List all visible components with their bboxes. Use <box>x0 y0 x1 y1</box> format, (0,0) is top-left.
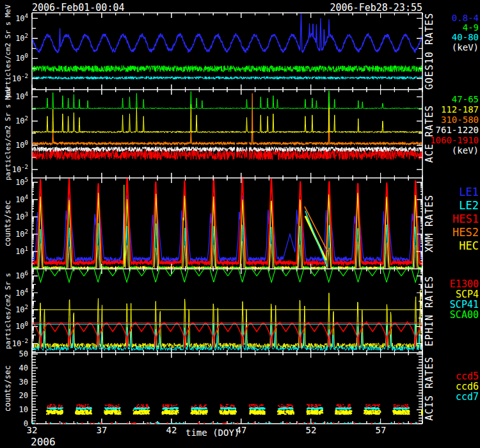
ace-legend-1060-1910: 1060-1910 <box>430 135 479 145</box>
goes10-trace <box>32 65 422 72</box>
goes10-trace <box>32 13 422 52</box>
y-tick-label: 106 <box>15 270 28 280</box>
xmm-decay-curve <box>305 207 328 252</box>
y-tick-label: 103 <box>15 211 28 221</box>
goes10-panel-label: GOES10 RATES <box>424 13 435 90</box>
y-tick-label: 104 <box>15 194 28 204</box>
ephin-trace <box>32 291 422 348</box>
y-tick-label: 102 <box>15 304 28 314</box>
radiation-summary-plot: 10410210010-210410210010-210510410310210… <box>0 0 480 448</box>
ace-panel-label: ACE RATES <box>424 105 435 163</box>
y-tick-label: 100 <box>15 321 28 331</box>
xmm-panel-label: XMM RATES <box>424 195 435 252</box>
xmm-legend-hec: HEC <box>459 239 479 252</box>
y-tick-label: 104 <box>15 13 28 23</box>
ace-trace <box>32 97 422 132</box>
acis-points <box>47 407 410 410</box>
x-tick-label: 32 <box>27 425 38 435</box>
y-tick-label: 102 <box>15 33 28 43</box>
goes10-legend-40-80: 40-80 <box>452 32 479 42</box>
ace-y-axis-title: particles/cm2 Sr s MeV <box>4 87 12 180</box>
y-tick-label: 40 <box>19 364 28 372</box>
ace-legend--kev-: (keV) <box>452 145 479 156</box>
ace-trace <box>32 91 422 109</box>
axes-frame-overlay <box>32 13 422 424</box>
acis-legend-ccd7: ccd7 <box>456 391 479 403</box>
y-tick-label: 102 <box>15 115 28 125</box>
xmm-trace <box>32 185 422 269</box>
xmm-legend-le1: LE1 <box>459 186 479 198</box>
x-axis-title: time (DOY) <box>186 428 239 438</box>
ace-trace <box>32 93 422 145</box>
ephin-y-axis-title: particles/cm2 Sr s <box>4 273 12 349</box>
x-tick-label: 37 <box>97 425 108 435</box>
start-timestamp: 2006-Feb01-00:04 <box>32 2 125 13</box>
y-tick-label: 100 <box>15 52 28 63</box>
y-tick-label: 101 <box>15 246 28 256</box>
acis-panel-label: ACIS RATES <box>424 356 435 420</box>
y-tick-label: 104 <box>15 91 28 101</box>
plot-canvas: 10410210010-210410210010-210510410310210… <box>0 0 480 448</box>
data-gap <box>248 139 249 165</box>
ace-legend-112-187: 112-187 <box>441 104 479 115</box>
y-tick-label: 102 <box>15 228 28 239</box>
y-tick-label: 104 <box>15 287 28 298</box>
ace-legend-47-65: 47-65 <box>452 94 479 104</box>
goes10-legend--kev-: (keV) <box>452 42 479 52</box>
y-tick-label: 30 <box>19 378 28 387</box>
y-tick-label: 105 <box>15 177 28 187</box>
xmm-trace <box>32 195 422 262</box>
ephin-legend-sca00: SCA00 <box>450 309 479 321</box>
x-tick-label: 52 <box>306 425 317 435</box>
x-axis-year: 2006 <box>31 436 56 448</box>
x-tick-label: 57 <box>376 425 387 435</box>
y-tick-label: 50 <box>19 349 28 358</box>
y-tick-label: 100 <box>15 140 28 150</box>
y-tick-label: 20 <box>19 391 28 400</box>
data-gap <box>235 139 236 165</box>
ace-legend-310-580: 310-580 <box>441 115 479 125</box>
xmm-legend-hes2: HES2 <box>452 226 479 239</box>
x-tick-label: 42 <box>166 425 177 435</box>
y-tick-label: 10-2 <box>12 338 28 348</box>
ephin-panel-label: EPHIN RATES <box>424 275 435 346</box>
xmm-y-axis-title: counts/sec <box>3 200 12 246</box>
y-tick-label: 10-2 <box>12 73 28 83</box>
goes10-trace <box>32 77 422 79</box>
xmm-legend-le2: LE2 <box>459 199 479 212</box>
acis-points <box>46 410 423 415</box>
xmm-legend-hes1: HES1 <box>452 212 479 225</box>
acis-y-axis-title: counts/sec <box>3 365 12 411</box>
goes10-y-axis-title: particles/cm2 Sr s MeV <box>4 4 12 98</box>
goes10-legend-4-9: 4-9 <box>463 22 479 33</box>
axes-frame <box>32 13 422 424</box>
y-tick-label: 10 <box>19 405 28 414</box>
y-tick-label: 10-2 <box>12 164 28 174</box>
ace-legend-761-1220: 761-1220 <box>436 125 479 135</box>
goes10-legend-0-8-4: 0.8-4 <box>452 13 479 23</box>
end-timestamp: 2006-Feb28-23:55 <box>330 2 423 13</box>
xmm-trace <box>32 177 422 264</box>
